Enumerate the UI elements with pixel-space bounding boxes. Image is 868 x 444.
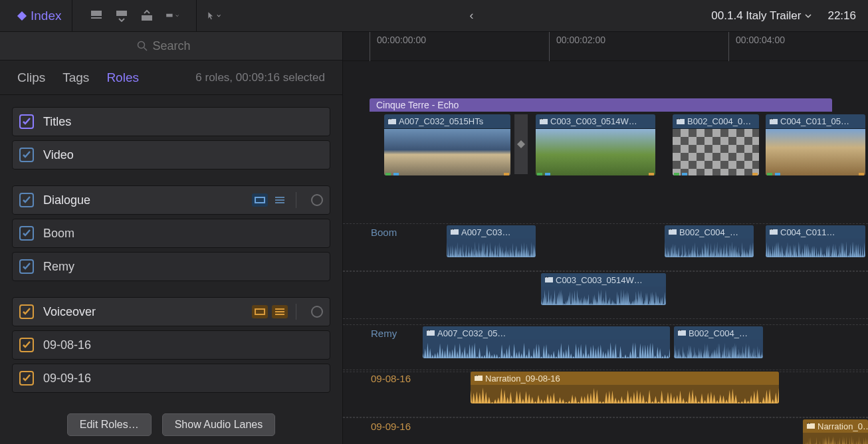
svg-rect-45 [475,376,483,381]
audio-clip[interactable]: C004_C011… [766,225,865,257]
role-voiceover[interactable]: Voiceover [12,297,330,326]
clip-thumbnail [536,129,655,175]
svg-point-5 [138,42,144,49]
subrole-09-08-16[interactable]: 09-08-16 [12,330,330,360]
svg-rect-4 [167,14,173,17]
overwrite-icon[interactable] [140,10,154,22]
expand-lanes-icon[interactable] [272,193,288,207]
waveform [447,239,536,257]
search-input[interactable] [153,39,206,53]
focus-radio-voiceover[interactable] [311,306,323,318]
video-clip[interactable]: B002_C004_0… [673,114,759,175]
svg-rect-23 [679,118,680,120]
chevron-down-icon [805,13,812,19]
checkbox-video[interactable] [19,148,34,162]
storyline-title[interactable]: Cinque Terre - Echo [370,98,832,112]
checkbox-remy[interactable] [19,259,34,274]
dialogue-group: Dialogue Boom Remy [12,185,330,281]
role-titles[interactable]: Titles [12,107,330,136]
timecode-display: 22:16 [827,9,856,23]
subrole-boom[interactable]: Boom [12,219,330,248]
checkbox-0908[interactable] [19,338,34,352]
diamond-icon [17,11,27,20]
timeline-area[interactable]: 00:00:00:0000:00:02:0000:00:04:00 Cinque… [343,32,868,444]
clip-label: B002_C004_0… [673,114,759,129]
svg-rect-37 [545,277,546,278]
svg-rect-34 [770,229,771,230]
video-clip[interactable]: C003_C003_0514W… [536,114,655,175]
svg-rect-11 [255,309,265,314]
tab-roles[interactable]: Roles [106,70,139,85]
back-button[interactable]: ‹ [461,9,481,23]
arrow-tool-icon[interactable] [207,10,221,22]
clip-label: Narration_09-08-16 [471,372,779,385]
video-clip[interactable]: A007_C032_0515HTs [384,114,510,175]
role-voiceover-label: Voiceover [43,305,243,319]
focus-radio-dialogue[interactable] [311,194,323,206]
tab-tags[interactable]: Tags [62,70,89,85]
svg-rect-21 [677,119,685,124]
search-icon [137,41,148,51]
role-dialogue[interactable]: Dialogue [12,185,330,215]
svg-rect-15 [388,119,396,124]
audio-clip[interactable]: Narration_0… [803,419,868,444]
checkbox-dialogue[interactable] [19,193,34,207]
svg-rect-28 [451,229,452,230]
search-field[interactable] [0,32,342,60]
clip-label: B002_C004_… [665,225,754,239]
dialogue-lane-controls [252,192,323,208]
audio-clip[interactable]: B002_C004_… [674,326,763,358]
subrole-remy-label: Remy [43,260,323,274]
collapse-lanes-icon[interactable] [252,193,268,207]
ruler-tick[interactable]: 00:00:00:00 [370,32,426,61]
connect-icon[interactable] [165,10,179,22]
clip-thumbnail [673,129,759,175]
audio-clip[interactable]: Narration_09-08-16 [471,372,779,403]
transition-icon[interactable] [514,114,528,174]
role-titles-label: Titles [43,115,323,129]
timeline-body[interactable]: Cinque Terre - EchoA007_C032_0515HTsC003… [343,61,868,444]
tab-clips[interactable]: Clips [17,70,45,85]
svg-rect-44 [680,330,681,331]
timeline-ruler[interactable]: 00:00:00:0000:00:02:0000:00:04:00 [343,32,868,61]
svg-rect-40 [427,330,428,331]
top-toolbar: Index ‹ 00.1.4 Italy Trailer 22:16 [0,0,868,32]
audio-clip[interactable]: B002_C004_… [665,225,754,257]
svg-rect-0 [91,11,102,16]
show-audio-lanes-button[interactable]: Show Audio Lanes [162,413,276,436]
video-clip[interactable]: C004_C011_05… [766,114,865,175]
waveform [541,286,666,305]
waveform [674,340,763,358]
audio-clip[interactable]: A007_C03… [447,225,536,257]
clip-label: C004_C011… [766,225,865,239]
index-panel: Clips Tags Roles 6 roles, 00:09:16 selec… [0,32,343,444]
ruler-tick[interactable]: 00:00:02:00 [549,32,605,61]
svg-rect-39 [427,330,435,336]
checkbox-voiceover[interactable] [19,304,34,319]
audio-lane: 09-09-16Narration_0… [343,417,868,444]
ruler-tick[interactable]: 00:00:04:00 [728,32,785,61]
insert-icon[interactable] [90,10,103,22]
audio-clip[interactable]: C003_C003_0514W… [541,273,666,305]
svg-rect-41 [429,330,430,331]
project-title-menu[interactable]: 00.1.4 Italy Trailer [711,9,812,23]
svg-rect-2 [116,11,127,16]
index-label: Index [31,9,61,23]
checkbox-0909[interactable] [19,371,34,386]
expand-lanes-icon[interactable] [272,305,288,318]
append-icon[interactable] [115,10,128,22]
svg-rect-35 [772,229,773,230]
subrole-remy[interactable]: Remy [12,252,330,281]
svg-rect-25 [770,118,771,120]
edit-roles-button[interactable]: Edit Roles… [67,413,152,436]
svg-line-6 [144,48,147,51]
checkbox-titles[interactable] [19,114,34,129]
collapse-lanes-icon[interactable] [252,305,268,318]
audio-clip[interactable]: A007_C032_05… [423,326,670,358]
role-video[interactable]: Video [12,140,330,169]
svg-rect-31 [669,229,670,230]
checkbox-boom[interactable] [19,226,34,241]
index-button[interactable]: Index [0,0,72,31]
subrole-09-09-16[interactable]: 09-09-16 [12,364,330,393]
svg-rect-36 [545,277,553,282]
